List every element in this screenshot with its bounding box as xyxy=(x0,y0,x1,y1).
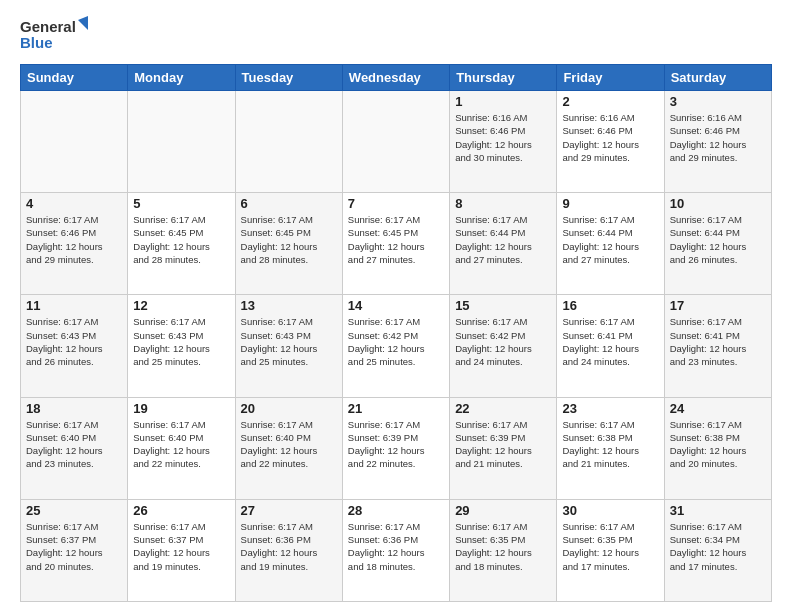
day-info: Sunrise: 6:17 AMSunset: 6:45 PMDaylight:… xyxy=(348,213,444,266)
day-info: Sunrise: 6:17 AMSunset: 6:38 PMDaylight:… xyxy=(670,418,766,471)
day-number: 19 xyxy=(133,401,229,416)
day-info: Sunrise: 6:16 AMSunset: 6:46 PMDaylight:… xyxy=(455,111,551,164)
day-info: Sunrise: 6:17 AMSunset: 6:36 PMDaylight:… xyxy=(348,520,444,573)
calendar-cell: 26Sunrise: 6:17 AMSunset: 6:37 PMDayligh… xyxy=(128,499,235,601)
calendar-cell: 8Sunrise: 6:17 AMSunset: 6:44 PMDaylight… xyxy=(450,193,557,295)
page: General Blue SundayMondayTuesdayWednesda… xyxy=(0,0,792,612)
day-info: Sunrise: 6:17 AMSunset: 6:41 PMDaylight:… xyxy=(670,315,766,368)
day-number: 25 xyxy=(26,503,122,518)
week-row-2: 4Sunrise: 6:17 AMSunset: 6:46 PMDaylight… xyxy=(21,193,772,295)
calendar-cell: 16Sunrise: 6:17 AMSunset: 6:41 PMDayligh… xyxy=(557,295,664,397)
col-header-friday: Friday xyxy=(557,65,664,91)
calendar-cell xyxy=(342,91,449,193)
general-blue-logo-icon: General Blue xyxy=(20,16,90,56)
day-info: Sunrise: 6:17 AMSunset: 6:43 PMDaylight:… xyxy=(241,315,337,368)
day-number: 5 xyxy=(133,196,229,211)
day-number: 12 xyxy=(133,298,229,313)
calendar-cell: 4Sunrise: 6:17 AMSunset: 6:46 PMDaylight… xyxy=(21,193,128,295)
week-row-4: 18Sunrise: 6:17 AMSunset: 6:40 PMDayligh… xyxy=(21,397,772,499)
calendar-cell: 19Sunrise: 6:17 AMSunset: 6:40 PMDayligh… xyxy=(128,397,235,499)
calendar-cell: 28Sunrise: 6:17 AMSunset: 6:36 PMDayligh… xyxy=(342,499,449,601)
day-number: 4 xyxy=(26,196,122,211)
calendar-cell: 15Sunrise: 6:17 AMSunset: 6:42 PMDayligh… xyxy=(450,295,557,397)
header: General Blue xyxy=(20,16,772,56)
calendar-cell: 23Sunrise: 6:17 AMSunset: 6:38 PMDayligh… xyxy=(557,397,664,499)
col-header-monday: Monday xyxy=(128,65,235,91)
logo: General Blue xyxy=(20,16,90,56)
day-number: 2 xyxy=(562,94,658,109)
calendar-cell: 12Sunrise: 6:17 AMSunset: 6:43 PMDayligh… xyxy=(128,295,235,397)
day-info: Sunrise: 6:17 AMSunset: 6:40 PMDaylight:… xyxy=(133,418,229,471)
day-number: 11 xyxy=(26,298,122,313)
calendar-cell: 17Sunrise: 6:17 AMSunset: 6:41 PMDayligh… xyxy=(664,295,771,397)
calendar-cell: 2Sunrise: 6:16 AMSunset: 6:46 PMDaylight… xyxy=(557,91,664,193)
day-number: 26 xyxy=(133,503,229,518)
day-info: Sunrise: 6:17 AMSunset: 6:43 PMDaylight:… xyxy=(26,315,122,368)
day-info: Sunrise: 6:17 AMSunset: 6:35 PMDaylight:… xyxy=(455,520,551,573)
day-number: 16 xyxy=(562,298,658,313)
calendar-cell: 13Sunrise: 6:17 AMSunset: 6:43 PMDayligh… xyxy=(235,295,342,397)
day-info: Sunrise: 6:17 AMSunset: 6:42 PMDaylight:… xyxy=(455,315,551,368)
calendar-cell: 21Sunrise: 6:17 AMSunset: 6:39 PMDayligh… xyxy=(342,397,449,499)
day-number: 27 xyxy=(241,503,337,518)
calendar-cell: 30Sunrise: 6:17 AMSunset: 6:35 PMDayligh… xyxy=(557,499,664,601)
calendar-cell: 25Sunrise: 6:17 AMSunset: 6:37 PMDayligh… xyxy=(21,499,128,601)
day-info: Sunrise: 6:17 AMSunset: 6:44 PMDaylight:… xyxy=(670,213,766,266)
calendar-cell: 11Sunrise: 6:17 AMSunset: 6:43 PMDayligh… xyxy=(21,295,128,397)
day-number: 30 xyxy=(562,503,658,518)
day-info: Sunrise: 6:17 AMSunset: 6:46 PMDaylight:… xyxy=(26,213,122,266)
day-info: Sunrise: 6:17 AMSunset: 6:38 PMDaylight:… xyxy=(562,418,658,471)
day-number: 28 xyxy=(348,503,444,518)
col-header-tuesday: Tuesday xyxy=(235,65,342,91)
day-number: 13 xyxy=(241,298,337,313)
day-number: 18 xyxy=(26,401,122,416)
day-number: 17 xyxy=(670,298,766,313)
calendar-cell: 18Sunrise: 6:17 AMSunset: 6:40 PMDayligh… xyxy=(21,397,128,499)
day-number: 21 xyxy=(348,401,444,416)
day-info: Sunrise: 6:17 AMSunset: 6:37 PMDaylight:… xyxy=(26,520,122,573)
day-number: 1 xyxy=(455,94,551,109)
day-info: Sunrise: 6:17 AMSunset: 6:37 PMDaylight:… xyxy=(133,520,229,573)
calendar-cell: 6Sunrise: 6:17 AMSunset: 6:45 PMDaylight… xyxy=(235,193,342,295)
day-info: Sunrise: 6:17 AMSunset: 6:42 PMDaylight:… xyxy=(348,315,444,368)
day-number: 6 xyxy=(241,196,337,211)
calendar-cell: 29Sunrise: 6:17 AMSunset: 6:35 PMDayligh… xyxy=(450,499,557,601)
day-info: Sunrise: 6:17 AMSunset: 6:41 PMDaylight:… xyxy=(562,315,658,368)
calendar-cell: 1Sunrise: 6:16 AMSunset: 6:46 PMDaylight… xyxy=(450,91,557,193)
day-number: 15 xyxy=(455,298,551,313)
calendar-cell: 9Sunrise: 6:17 AMSunset: 6:44 PMDaylight… xyxy=(557,193,664,295)
calendar-cell: 10Sunrise: 6:17 AMSunset: 6:44 PMDayligh… xyxy=(664,193,771,295)
day-info: Sunrise: 6:17 AMSunset: 6:40 PMDaylight:… xyxy=(26,418,122,471)
day-info: Sunrise: 6:17 AMSunset: 6:44 PMDaylight:… xyxy=(455,213,551,266)
calendar-cell: 14Sunrise: 6:17 AMSunset: 6:42 PMDayligh… xyxy=(342,295,449,397)
day-info: Sunrise: 6:17 AMSunset: 6:36 PMDaylight:… xyxy=(241,520,337,573)
day-number: 14 xyxy=(348,298,444,313)
day-info: Sunrise: 6:17 AMSunset: 6:45 PMDaylight:… xyxy=(133,213,229,266)
calendar-cell: 20Sunrise: 6:17 AMSunset: 6:40 PMDayligh… xyxy=(235,397,342,499)
calendar-cell: 27Sunrise: 6:17 AMSunset: 6:36 PMDayligh… xyxy=(235,499,342,601)
day-number: 23 xyxy=(562,401,658,416)
day-info: Sunrise: 6:17 AMSunset: 6:45 PMDaylight:… xyxy=(241,213,337,266)
calendar-cell xyxy=(128,91,235,193)
calendar-cell: 22Sunrise: 6:17 AMSunset: 6:39 PMDayligh… xyxy=(450,397,557,499)
day-number: 22 xyxy=(455,401,551,416)
day-info: Sunrise: 6:17 AMSunset: 6:39 PMDaylight:… xyxy=(455,418,551,471)
day-number: 3 xyxy=(670,94,766,109)
day-info: Sunrise: 6:16 AMSunset: 6:46 PMDaylight:… xyxy=(562,111,658,164)
calendar-cell xyxy=(21,91,128,193)
col-header-saturday: Saturday xyxy=(664,65,771,91)
calendar-cell: 24Sunrise: 6:17 AMSunset: 6:38 PMDayligh… xyxy=(664,397,771,499)
day-info: Sunrise: 6:17 AMSunset: 6:44 PMDaylight:… xyxy=(562,213,658,266)
day-number: 20 xyxy=(241,401,337,416)
day-number: 29 xyxy=(455,503,551,518)
day-info: Sunrise: 6:17 AMSunset: 6:35 PMDaylight:… xyxy=(562,520,658,573)
calendar-cell: 5Sunrise: 6:17 AMSunset: 6:45 PMDaylight… xyxy=(128,193,235,295)
svg-text:Blue: Blue xyxy=(20,34,53,51)
day-info: Sunrise: 6:16 AMSunset: 6:46 PMDaylight:… xyxy=(670,111,766,164)
svg-text:General: General xyxy=(20,18,76,35)
day-info: Sunrise: 6:17 AMSunset: 6:43 PMDaylight:… xyxy=(133,315,229,368)
calendar-cell: 31Sunrise: 6:17 AMSunset: 6:34 PMDayligh… xyxy=(664,499,771,601)
day-number: 8 xyxy=(455,196,551,211)
calendar-cell: 7Sunrise: 6:17 AMSunset: 6:45 PMDaylight… xyxy=(342,193,449,295)
calendar-header-row: SundayMondayTuesdayWednesdayThursdayFrid… xyxy=(21,65,772,91)
